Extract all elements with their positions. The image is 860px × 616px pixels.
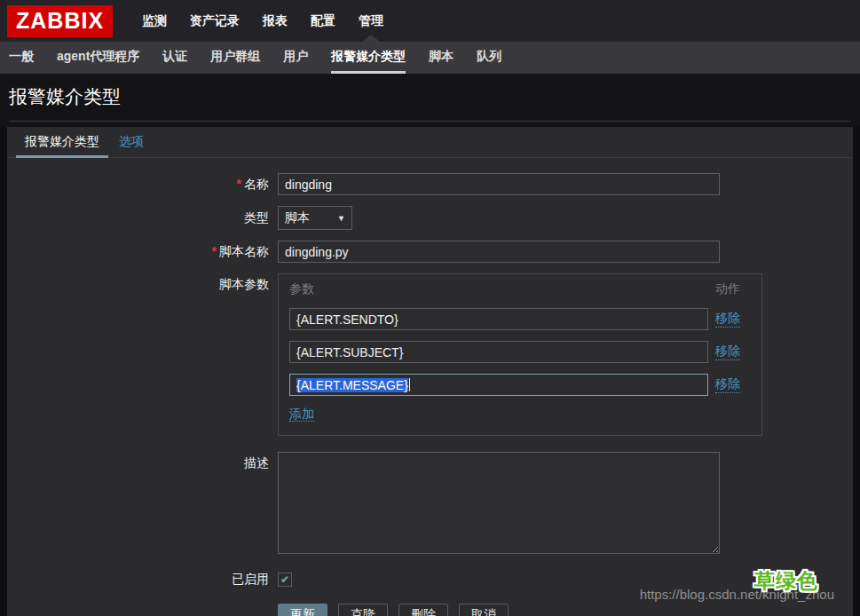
form-row-name: *名称 — [7, 173, 853, 195]
submenu-proxies[interactable]: agent代理程序 — [57, 42, 139, 74]
delete-button[interactable]: 删除 — [398, 604, 448, 616]
type-label-text: 类型 — [244, 210, 269, 225]
enabled-label-text: 已启用 — [232, 572, 269, 586]
required-asterisk: * — [237, 177, 241, 191]
submenu-user-groups[interactable]: 用户群组 — [210, 42, 260, 74]
type-label: 类型 — [7, 210, 278, 226]
script-params-label: 脚本参数 — [7, 273, 278, 293]
submenu-authentication[interactable]: 认证 — [162, 42, 187, 74]
menu-administration[interactable]: 管理 — [347, 0, 395, 42]
script-name-input[interactable] — [278, 241, 720, 263]
script-name-label: *脚本名称 — [7, 244, 278, 260]
menu-administration-label: 管理 — [359, 13, 383, 28]
script-params-box: 参数 动作 移除 移除 {ALERT.MESSAGE} 移除 添加 — [278, 273, 762, 436]
form-actions: 更新 克隆 删除 取消 — [7, 604, 853, 616]
menu-configuration[interactable]: 配置 — [299, 0, 347, 42]
form-row-description: 描述 — [7, 452, 853, 554]
script-name-label-text: 脚本名称 — [219, 244, 269, 258]
name-label-text: 名称 — [244, 177, 269, 191]
watermark-badge: 草绿色 — [754, 567, 818, 595]
remove-param-link[interactable]: 移除 — [715, 376, 740, 393]
dropdown-arrow-icon: ▼ — [337, 214, 345, 223]
tab-bar: 报警媒介类型 选项 — [7, 127, 853, 158]
zabbix-logo[interactable]: ZABBIX — [7, 5, 113, 37]
action-column-header: 动作 — [715, 281, 751, 297]
param-input-subject[interactable] — [289, 341, 708, 363]
type-select[interactable]: 脚本 ▼ — [278, 206, 352, 230]
script-params-label-text: 脚本参数 — [219, 277, 269, 291]
content-panel: 报警媒介类型 选项 *名称 类型 脚本 ▼ *脚本名称 — [7, 127, 853, 616]
param-column-header: 参数 — [289, 281, 708, 297]
top-navigation-bar: ZABBIX 监测 资产记录 报表 配置 管理 — [0, 0, 860, 42]
form-row-type: 类型 脚本 ▼ — [7, 206, 853, 230]
menu-inventory[interactable]: 资产记录 — [178, 0, 251, 42]
submenu-scripts[interactable]: 脚本 — [429, 42, 454, 74]
enabled-checkbox[interactable] — [278, 573, 292, 587]
admin-submenu: 一般 agent代理程序 认证 用户群组 用户 报警媒介类型 脚本 队列 — [0, 42, 860, 74]
param-input-sendto[interactable] — [289, 308, 708, 330]
submenu-queue[interactable]: 队列 — [477, 42, 501, 74]
enabled-label: 已启用 — [7, 572, 278, 588]
form-row-script-params: 脚本参数 参数 动作 移除 移除 {ALERT.MESSAGE} 移除 — [7, 273, 853, 436]
remove-param-link[interactable]: 移除 — [715, 344, 740, 360]
menu-reports[interactable]: 报表 — [251, 0, 299, 42]
clone-button[interactable]: 克隆 — [338, 604, 388, 616]
param-input-message[interactable]: {ALERT.MESSAGE} — [289, 374, 708, 396]
submenu-users[interactable]: 用户 — [283, 42, 308, 74]
page-title: 报警媒介类型 — [9, 84, 851, 122]
cancel-button[interactable]: 取消 — [459, 604, 509, 616]
add-param-link[interactable]: 添加 — [289, 407, 314, 422]
text-cursor — [409, 378, 410, 391]
tab-options[interactable]: 选项 — [110, 127, 153, 158]
description-label-text: 描述 — [244, 455, 269, 470]
remove-param-link[interactable]: 移除 — [715, 311, 740, 328]
update-button[interactable]: 更新 — [278, 604, 327, 616]
main-menu: 监测 资产记录 报表 配置 管理 — [130, 0, 395, 42]
name-label: *名称 — [7, 177, 278, 193]
submenu-media-types[interactable]: 报警媒介类型 — [331, 42, 406, 74]
submenu-general[interactable]: 一般 — [9, 42, 34, 74]
required-asterisk: * — [212, 244, 217, 258]
description-textarea[interactable] — [278, 452, 720, 554]
media-type-form: *名称 类型 脚本 ▼ *脚本名称 脚本参数 — [7, 158, 853, 616]
tab-media-type[interactable]: 报警媒介类型 — [16, 127, 108, 158]
name-input[interactable] — [278, 173, 720, 195]
active-menu-caret-icon — [362, 35, 380, 42]
menu-monitoring[interactable]: 监测 — [130, 0, 178, 42]
selected-text: {ALERT.MESSAGE} — [296, 378, 408, 392]
form-row-enabled: 已启用 — [7, 572, 853, 588]
type-select-value: 脚本 — [285, 210, 337, 226]
description-label: 描述 — [7, 452, 278, 471]
page-header: 报警媒介类型 — [0, 74, 860, 127]
form-row-script-name: *脚本名称 — [7, 241, 853, 263]
